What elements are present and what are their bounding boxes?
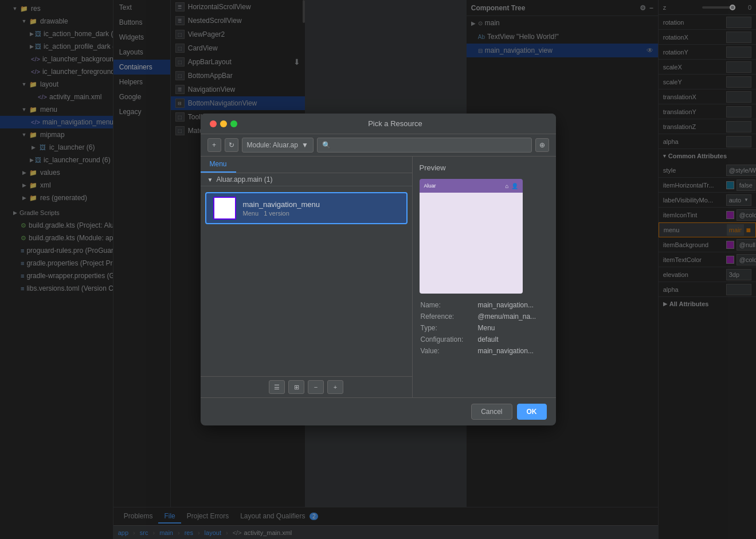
dialog-resource-item[interactable]: main_navigation_menu Menu 1 version [205,192,408,224]
module-select[interactable]: Module: Aluar.ap ▼ [242,138,314,153]
preview-top-bar: Aluar ⌂ 👤 [420,179,523,193]
info-label: Type: [421,324,478,332]
maximize-button[interactable] [230,120,237,127]
dialog-overlay: Pick a Resource + ↻ Module: Aluar.ap ▼ 🔍… [0,0,756,539]
info-label: Name: [421,301,478,309]
preview-content [420,193,523,294]
grid-view-btn[interactable]: ⊞ [288,380,304,394]
dialog-resource-list: main_navigation_menu Menu 1 version [201,186,412,376]
refresh-button[interactable]: ↻ [225,138,238,152]
info-value: Menu [478,324,495,332]
cancel-button[interactable]: Cancel [471,404,512,420]
dialog-tab-menu[interactable]: Menu [201,157,236,173]
resource-meta: Menu 1 version [243,210,399,217]
dialog-right: Preview Aluar ⌂ 👤 [413,157,556,397]
expand-arrow: ▼ [207,177,213,183]
info-label: Reference: [421,313,478,321]
dialog-title-bar: Pick a Resource [201,114,556,134]
resource-thumb-inner [214,198,235,218]
add-button[interactable]: + [207,138,221,152]
dialog-body: Menu ▼ Aluar.app.main (1) main_navigatio… [201,157,556,397]
preview-device: Aluar ⌂ 👤 [420,179,523,294]
resource-name: main_navigation_menu [243,200,399,209]
dialog-left: Menu ▼ Aluar.app.main (1) main_navigatio… [201,157,413,397]
zoom-in-btn[interactable]: + [327,380,343,394]
preview-icon: 👤 [511,183,518,189]
close-button[interactable] [210,120,217,127]
info-label: Value: [421,347,478,355]
info-value: main_navigation... [478,347,534,355]
info-row-value: Value: main_navigation... [421,345,548,357]
info-row-name: Name: main_navigation... [421,299,548,311]
dialog-actions: Cancel OK [201,397,556,425]
preview-icons: ⌂ 👤 [505,183,518,189]
minimize-button[interactable] [220,120,227,127]
preview-info-table: Name: main_navigation... Reference: @men… [420,298,549,358]
info-row-type: Type: Menu [421,322,548,334]
module-dropdown-arrow: ▼ [301,141,308,149]
resource-info: main_navigation_menu Menu 1 version [243,200,399,217]
dialog-view-controls: ☰ ⊞ − + [201,376,412,397]
info-row-reference: Reference: @menu/main_na... [421,311,548,322]
zoom-out-btn[interactable]: − [308,380,324,394]
info-value: default [478,335,499,343]
traffic-lights [210,120,237,127]
info-value: @menu/main_na... [478,313,536,321]
group-label: Aluar.app.main (1) [216,175,272,183]
search-input[interactable]: 🔍 [317,138,532,153]
dialog-tabs: Menu [201,157,412,173]
list-view-btn[interactable]: ☰ [269,380,285,394]
preview-frame: Aluar ⌂ 👤 [420,179,523,294]
resource-thumbnail [213,197,236,220]
search-icon: 🔍 [322,141,331,149]
info-row-config: Configuration: default [421,334,548,345]
preview-title: Preview [420,163,549,172]
preview-icon: ⌂ [505,183,508,189]
dialog-toolbar: + ↻ Module: Aluar.ap ▼ 🔍 ⊕ [201,134,556,157]
dialog-title: Pick a Resource [244,119,547,128]
ok-button[interactable]: OK [517,404,547,420]
pick-resource-dialog: Pick a Resource + ↻ Module: Aluar.ap ▼ 🔍… [201,114,556,425]
dialog-group-header[interactable]: ▼ Aluar.app.main (1) [201,173,412,186]
info-label: Configuration: [421,335,478,343]
filter-button[interactable]: ⊕ [535,138,549,152]
module-label: Module: Aluar.ap [247,141,298,149]
info-value: main_navigation... [478,301,534,309]
preview-app-name: Aluar [424,183,436,189]
